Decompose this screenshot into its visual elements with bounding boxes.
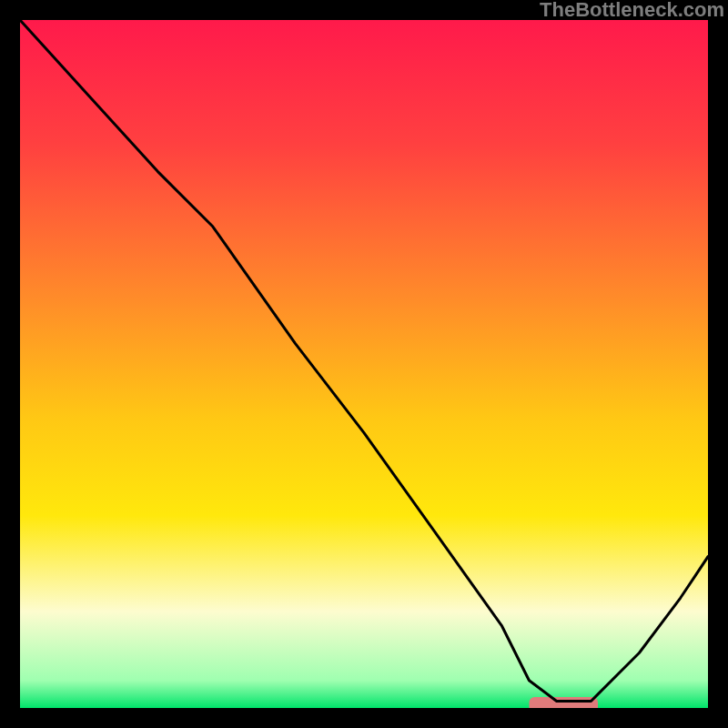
chart-svg (20, 20, 708, 708)
optimum-marker (529, 697, 598, 708)
chart-container: TheBottleneck.com (0, 0, 728, 728)
attribution-watermark: TheBottleneck.com (540, 0, 724, 22)
plot-area (20, 20, 708, 708)
chart-background (20, 20, 708, 708)
